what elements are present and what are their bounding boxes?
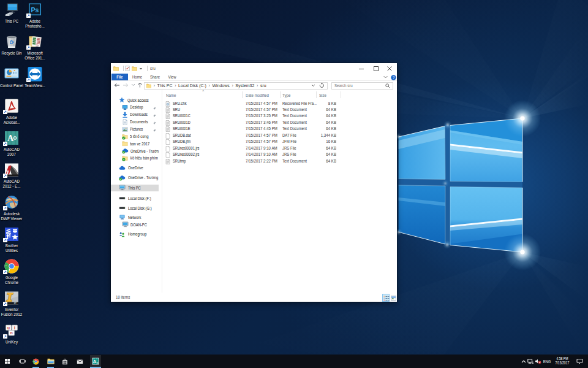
desktop-icon-brother[interactable]: BrotherUtilities — [0, 226, 31, 253]
sidebar-item-desktop[interactable]: Desktop — [111, 104, 159, 110]
running-indicator — [47, 367, 54, 368]
file-row[interactable]: SRU0001D7/15/2017 3:46 PMText Document64… — [162, 120, 397, 126]
sidebar-item-pictures[interactable]: Pictures — [111, 126, 159, 132]
sidebar-item-onedrive-tr-ng[interactable]: OneDrive - Trường Đ... — [111, 174, 159, 181]
pin-icon — [153, 105, 156, 110]
breadcrumb-segment[interactable]: sru — [260, 83, 266, 88]
sidebar-item-homegroup[interactable]: Homegroup — [111, 231, 159, 237]
autocad2012-icon — [4, 162, 20, 178]
label-line: UniKey — [0, 340, 28, 345]
column-header-type[interactable]: Type — [282, 90, 290, 100]
sidebar-item-downloads[interactable]: Downloads — [111, 111, 159, 118]
shortcut-arrow-icon — [26, 45, 31, 50]
column-header-name[interactable]: Name — [166, 90, 176, 100]
file-row[interactable]: SRUDB.jfm7/15/2017 4:57 PMJFM File16 KB — [162, 139, 397, 145]
desktop-icon-photoshop[interactable]: Ps AdobePhotosho... — [15, 2, 55, 29]
forward-button[interactable] — [121, 81, 129, 90]
search-box[interactable]: Search sru — [331, 82, 393, 90]
file-row[interactable]: SRUtmp7/15/2017 2:22 PMText Document64 K… — [162, 158, 397, 164]
file-size: 1,344 KB — [301, 132, 336, 139]
tab-view[interactable]: View — [164, 74, 181, 80]
sidebar-item-ban-ve-2017[interactable]: ban ve 2017 — [111, 140, 159, 147]
taskbar-store-button[interactable] — [58, 355, 72, 368]
file-row[interactable]: SRU7/15/2017 4:57 PMText Document64 KB — [162, 107, 397, 113]
desktop-icon-dwf-viewer[interactable]: AutodeskDWF Viewer — [0, 194, 31, 221]
action-center-icon[interactable] — [575, 355, 585, 368]
breadcrumb-segment[interactable]: This PC — [157, 83, 172, 88]
desktop-icon-ms-office[interactable]: MicrosoftOffice 201... — [15, 34, 55, 61]
file-row[interactable]: SRU.chk7/15/2017 4:57 PMRecovered File F… — [162, 101, 397, 107]
sidebar-item-network[interactable]: Network — [111, 214, 159, 221]
sidebar-item-5-l-i-c-ng[interactable]: 5 lỗi ổ cứng — [111, 133, 159, 140]
properties-button[interactable] — [125, 66, 130, 71]
desktop-icon-unikey[interactable]: u i n UniKey — [0, 323, 31, 345]
desktop-icon-teamviewer[interactable]: TeamView... — [15, 66, 55, 88]
back-button[interactable] — [113, 81, 121, 90]
sidebar-item-documents[interactable]: Documents — [111, 118, 159, 125]
file-row[interactable]: SRUres00001.jrs7/14/2017 9:10 AMJRS File… — [162, 145, 397, 151]
taskbar-taskview-button[interactable] — [15, 355, 29, 368]
file-size: 64 KB — [301, 158, 336, 164]
sidebar-item-this-pc[interactable]: This PC — [111, 185, 159, 191]
ribbon-expand-caret[interactable] — [383, 75, 388, 80]
desktop-icon-label: BrotherUtilities — [0, 243, 28, 253]
navigation-bar: ›This PC›Local Disk (C:)›Windows›System3… — [111, 81, 397, 90]
acrobat-icon — [4, 98, 20, 114]
column-header-size[interactable]: Size — [319, 90, 326, 100]
minimize-button[interactable] — [355, 63, 368, 74]
shortcut-arrow-icon — [3, 142, 7, 146]
sidebar-item-doan-pc[interactable]: DOAN-PC — [111, 221, 159, 228]
onedrive-icon — [119, 165, 126, 171]
title-bar[interactable]: sru — [111, 63, 397, 74]
recent-locations-caret[interactable] — [130, 81, 136, 90]
customize-qat-caret[interactable] — [138, 67, 143, 70]
address-dropdown-caret[interactable] — [311, 84, 315, 87]
breadcrumb-segment[interactable]: Local Disk (C:) — [178, 83, 206, 88]
desktop-icon-acrobat[interactable]: AdobeAcrobat... — [0, 98, 31, 125]
large-icons-view-button[interactable] — [391, 294, 397, 302]
breadcrumb-chevron-icon[interactable]: › — [232, 83, 233, 88]
sidebar-item-local-disk-f[interactable]: Local Disk (F:) — [111, 195, 159, 202]
tab-file[interactable]: File — [111, 74, 128, 80]
network-icon[interactable] — [526, 355, 534, 368]
breadcrumb-chevron-icon[interactable]: › — [175, 83, 176, 88]
taskbar-mail-button[interactable] — [73, 355, 86, 368]
desktop-icon-label: InventorFusion 2012 — [0, 307, 28, 317]
breadcrumb-chevron-icon[interactable]: › — [153, 83, 154, 88]
sidebar-item-onedrive-tr-ng[interactable]: OneDrive - Trường Đ — [111, 148, 159, 155]
tab-home[interactable]: Home — [129, 74, 146, 80]
file-date-modified: 7/15/2017 2:22 PM — [246, 158, 277, 164]
sidebar-item-v-hi-u-b-n-ph-m[interactable]: Vô hiệu bàn phím — [111, 155, 159, 161]
clock[interactable]: 4:58 PM 7/15/2017 — [551, 355, 573, 368]
close-button[interactable] — [383, 63, 396, 74]
language-indicator[interactable]: ENG — [543, 355, 551, 368]
desktop-icon-autocad2012[interactable]: AutoCAD2012 - E... — [0, 162, 31, 189]
desktop: This PC Ps AdobePhotosho... Recycle Bin … — [0, 0, 588, 368]
file-row[interactable]: SRUres00002.jrs7/14/2017 9:10 AMJRS File… — [162, 151, 397, 158]
column-header-date[interactable]: Date modified — [246, 90, 269, 100]
desktop-icon-chrome[interactable]: GoogleChrome — [0, 258, 31, 285]
breadcrumb-chevron-icon[interactable]: › — [257, 83, 258, 88]
new-folder-button[interactable] — [132, 66, 137, 71]
refresh-button[interactable] — [319, 83, 325, 88]
maximize-button[interactable] — [369, 63, 383, 74]
address-bar[interactable]: ›This PC›Local Disk (C:)›Windows›System3… — [144, 82, 328, 90]
file-row[interactable]: SRUDB.dat7/15/2017 4:57 PMDAT File1,344 … — [162, 132, 397, 139]
volume-muted-icon[interactable] — [534, 355, 542, 368]
sidebar-item-onedrive[interactable]: OneDrive — [111, 164, 159, 171]
sidebar-item-local-disk-g[interactable]: Local Disk (G:) — [111, 205, 159, 212]
folder-icon — [122, 140, 128, 147]
file-row[interactable]: SRU0001E7/15/2017 4:45 PMText Document64… — [162, 126, 397, 132]
taskbar-start-button[interactable] — [1, 355, 14, 368]
tab-share[interactable]: Share — [147, 74, 164, 80]
breadcrumb-segment[interactable]: System32 — [235, 83, 254, 88]
up-button[interactable] — [136, 81, 143, 90]
details-view-button[interactable] — [382, 294, 390, 302]
file-row[interactable]: SRU0001C7/15/2017 3:25 PMText Document64… — [162, 113, 397, 119]
breadcrumb-segment[interactable]: Windows — [212, 83, 229, 88]
breadcrumb-chevron-icon[interactable]: › — [208, 83, 209, 88]
desktop-icon-label: AutodeskDWF Viewer — [0, 212, 28, 221]
desktop-icon-inventor[interactable]: FT InventorFusion 2012 — [0, 290, 31, 317]
sidebar-item-quick-access[interactable]: Quick access — [111, 97, 159, 104]
desktop-icon-autocad2007[interactable]: A AutoCAD2007 — [0, 130, 31, 157]
